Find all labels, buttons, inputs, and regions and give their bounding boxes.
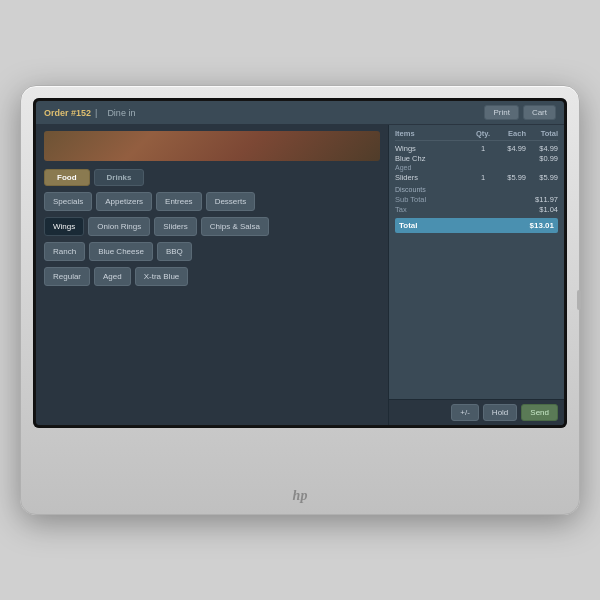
cat-aged[interactable]: Aged xyxy=(94,267,131,286)
send-button[interactable]: Send xyxy=(521,404,558,421)
cat-bbq[interactable]: BBQ xyxy=(157,242,192,261)
action-bar: +/- Hold Send xyxy=(389,399,564,425)
order-row-sliders[interactable]: Sliders 1 $5.99 $5.99 xyxy=(395,173,558,182)
cat-onion-rings[interactable]: Onion Rings xyxy=(88,217,150,236)
cat-sliders[interactable]: Sliders xyxy=(154,217,196,236)
cat-wings[interactable]: Wings xyxy=(44,217,84,236)
item-wings-name: Wings xyxy=(395,144,472,153)
item-sliders-each: $5.99 xyxy=(494,173,526,182)
hold-button[interactable]: Hold xyxy=(483,404,517,421)
tax-row: Tax $1.04 xyxy=(395,205,558,214)
item-wings-total: $4.99 xyxy=(526,144,558,153)
food-image-banner xyxy=(44,131,380,161)
order-row-wings[interactable]: Wings 1 $4.99 $4.99 xyxy=(395,144,558,153)
cat-appetizers[interactable]: Appetizers xyxy=(96,192,152,211)
left-panel: Food Drinks Specials Appetizers Entrees … xyxy=(36,125,389,425)
item-wings-qty: 1 xyxy=(472,144,494,153)
right-panel: Items Qty. Each Total Wings 1 $4.99 $4.9… xyxy=(389,125,564,425)
subtotal-label: Sub Total xyxy=(395,195,426,204)
cat-specials[interactable]: Specials xyxy=(44,192,92,211)
cat-blue-cheese[interactable]: Blue Cheese xyxy=(89,242,153,261)
cat-regular[interactable]: Regular xyxy=(44,267,90,286)
tab-food[interactable]: Food xyxy=(44,169,90,186)
header-bar: Order #152 | Dine in Print Cart xyxy=(36,101,564,125)
screen-bezel: Order #152 | Dine in Print Cart Fo xyxy=(33,98,567,428)
subtotal-row: Sub Total $11.97 xyxy=(395,195,558,204)
main-tabs: Food Drinks xyxy=(44,169,380,186)
order-table: Items Qty. Each Total Wings 1 $4.99 $4.9… xyxy=(389,125,564,399)
category-row-2: Wings Onion Rings Sliders Chips & Salsa xyxy=(44,217,380,236)
col-total-label: Total xyxy=(526,129,558,138)
print-button[interactable]: Print xyxy=(484,105,518,120)
cart-button[interactable]: Cart xyxy=(523,105,556,120)
item-bluecheese-total: $0.99 xyxy=(526,154,558,163)
adjust-button[interactable]: +/- xyxy=(451,404,479,421)
col-each-label: Each xyxy=(494,129,526,138)
total-row: Total $13.01 xyxy=(395,218,558,233)
col-items-label: Items xyxy=(395,129,472,138)
tab-drinks[interactable]: Drinks xyxy=(94,169,145,186)
side-button[interactable] xyxy=(577,290,581,310)
cat-chips-salsa[interactable]: Chips & Salsa xyxy=(201,217,269,236)
main-content: Food Drinks Specials Appetizers Entrees … xyxy=(36,125,564,425)
total-value: $13.01 xyxy=(530,221,554,230)
order-table-header: Items Qty. Each Total xyxy=(395,129,558,141)
item-sliders-qty: 1 xyxy=(472,173,494,182)
item-wings-each: $4.99 xyxy=(494,144,526,153)
cat-entrees[interactable]: Entrees xyxy=(156,192,202,211)
dine-in-label: Dine in xyxy=(107,108,135,118)
order-title: Order #152 xyxy=(44,108,91,118)
hp-logo: hp xyxy=(293,488,308,504)
item-bluecheese-name: Blue ChzAged xyxy=(395,154,472,172)
tax-value: $1.04 xyxy=(539,205,558,214)
cat-xtra-blue[interactable]: X-tra Blue xyxy=(135,267,189,286)
category-row-3: Ranch Blue Cheese BBQ xyxy=(44,242,380,261)
monitor-shell: Order #152 | Dine in Print Cart Fo xyxy=(20,85,580,515)
cat-desserts[interactable]: Desserts xyxy=(206,192,256,211)
category-row-1: Specials Appetizers Entrees Desserts xyxy=(44,192,380,211)
tax-label: Tax xyxy=(395,205,407,214)
item-sliders-total: $5.99 xyxy=(526,173,558,182)
category-row-4: Regular Aged X-tra Blue xyxy=(44,267,380,286)
item-sliders-name: Sliders xyxy=(395,173,472,182)
total-label: Total xyxy=(399,221,418,230)
col-qty-label: Qty. xyxy=(472,129,494,138)
cat-ranch[interactable]: Ranch xyxy=(44,242,85,261)
discounts-label: Discounts xyxy=(395,186,558,193)
order-row-bluecheese[interactable]: Blue ChzAged $0.99 xyxy=(395,154,558,172)
subtotal-value: $11.97 xyxy=(535,195,558,204)
screen: Order #152 | Dine in Print Cart Fo xyxy=(36,101,564,425)
